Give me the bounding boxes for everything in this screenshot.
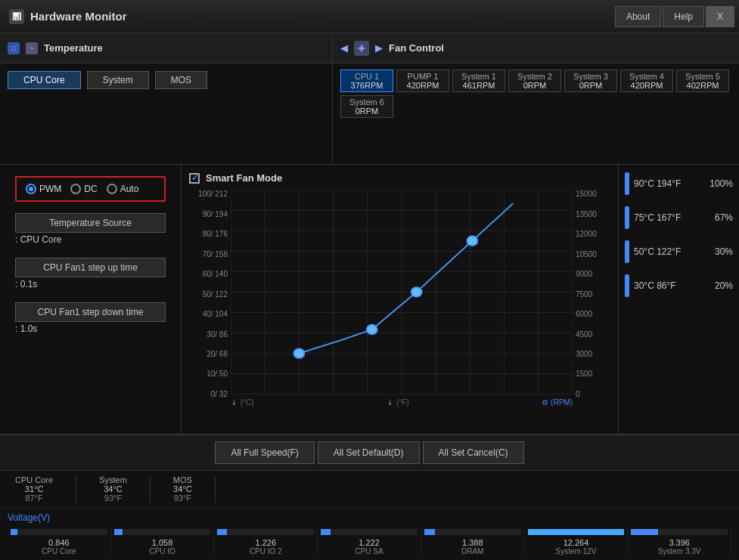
- smart-fan-checkbox[interactable]: ✓: [189, 173, 200, 184]
- status-system: System 34°C 93°F: [76, 475, 151, 503]
- status-system-tempf: 93°F: [104, 493, 122, 503]
- expand-icon: □: [8, 42, 20, 54]
- voltage-value-system33v: 3.396: [669, 538, 690, 547]
- voltage-label-cpu-core: CPU Core: [42, 547, 76, 555]
- radio-auto-label: Auto: [120, 184, 139, 194]
- temperature-panel: □ ~ Temperature CPU Core System MOS: [0, 33, 333, 164]
- step-up-section: CPU Fan1 step up time : 0.1s: [15, 258, 166, 291]
- legend-pct-3: 30%: [715, 246, 733, 257]
- status-mos-tempf: 93°F: [174, 493, 191, 503]
- voltage-cpu-core: 0.846 CPU Core: [8, 529, 111, 555]
- voltage-section: Voltage(V) 0.846 CPU Core 1.058 CPU IO: [0, 507, 739, 560]
- step-down-section: CPU Fan1 step down time : 1.0s: [15, 302, 166, 336]
- temp-source-value: : CPU Core: [15, 233, 166, 246]
- radio-auto[interactable]: Auto: [107, 184, 139, 194]
- fan-control-title: Fan Control: [389, 42, 444, 54]
- tab-system[interactable]: System: [87, 71, 149, 89]
- step-down-value: : 1.0s: [15, 322, 166, 336]
- back-icon[interactable]: ◀: [340, 42, 348, 54]
- fan-system5[interactable]: System 5 402RPM: [676, 70, 729, 92]
- status-mos-label: MOS: [173, 475, 192, 484]
- fan-system1[interactable]: System 1 461RPM: [452, 70, 505, 92]
- legend-temps-4: 30°C 86°F: [634, 280, 676, 291]
- title-bar: 📊 Hardware Monitor About Help X: [0, 0, 739, 33]
- fan-icon: [354, 41, 369, 56]
- voltage-cpu-sa: 1.222 CPU SA: [318, 529, 421, 555]
- voltage-label-system33v: System 3.3V: [658, 547, 701, 555]
- legend-bar-3: [625, 240, 629, 263]
- legend-item-3: 50°C 122°F 30%: [625, 240, 733, 263]
- voltage-value-system12v: 12.264: [564, 538, 589, 547]
- voltage-label-cpu-io2: CPU IO 2: [250, 547, 282, 555]
- voltage-system33v: 3.396 System 3.3V: [628, 529, 731, 555]
- temp-source-label[interactable]: Temperature Source: [15, 213, 166, 233]
- voltage-bar-system33v: [631, 529, 728, 535]
- curve-point-3[interactable]: [411, 287, 422, 297]
- smart-fan-title: Smart Fan Mode: [206, 172, 282, 184]
- legend-pct-4: 20%: [715, 280, 733, 291]
- chart-panel: ✓ Smart Fan Mode 100/ 212 90/ 194 80/ 17…: [182, 165, 618, 434]
- radio-auto-circle: [107, 184, 117, 194]
- legend-bar: 90°C 194°F 100% 75°C 167°F 67% 50°C 122°…: [618, 165, 739, 434]
- voltage-cpu-io: 1.058 CPU IO: [111, 529, 215, 555]
- legend-pct-1: 100%: [710, 178, 733, 189]
- voltage-label-cpu-io: CPU IO: [149, 547, 175, 555]
- chart-y-labels-left: 100/ 212 90/ 194 80/ 176 70/ 158 60/ 140…: [189, 190, 231, 413]
- voltage-value-cpu-sa: 1.222: [359, 538, 380, 547]
- tab-cpu-core[interactable]: CPU Core: [8, 71, 81, 89]
- fan-cpu1[interactable]: CPU 1 376RPM: [340, 70, 393, 92]
- status-cpu-core-tempf: 87°F: [25, 493, 42, 503]
- status-cpu-core-label: CPU Core: [15, 475, 53, 484]
- chart-main: 🌡 (°C) 🌡 (°F) ⚙ (RPM): [231, 190, 573, 413]
- about-button[interactable]: About: [615, 6, 661, 27]
- all-set-cancel-button[interactable]: All Set Cancel(C): [423, 441, 524, 464]
- all-full-speed-button[interactable]: All Full Speed(F): [215, 441, 314, 464]
- status-cpu-core-tempc: 31°C: [25, 484, 44, 493]
- forward-icon[interactable]: ▶: [375, 42, 383, 54]
- legend-bar-4: [625, 274, 629, 297]
- fan-system3[interactable]: System 3 0RPM: [564, 70, 617, 92]
- status-mos-tempc: 34°C: [173, 484, 192, 493]
- legend-item-1: 90°C 194°F 100%: [625, 172, 733, 195]
- voltage-bar-dram: [424, 529, 521, 535]
- chart-area: 100/ 212 90/ 194 80/ 176 70/ 158 60/ 140…: [189, 190, 610, 413]
- voltage-cpu-io2: 1.226 CPU IO 2: [214, 529, 318, 555]
- status-bar: CPU Core 31°C 87°F System 34°C 93°F MOS …: [0, 470, 739, 507]
- fan-control-header: ◀ ▶ Fan Control: [333, 33, 739, 63]
- controls-panel: PWM DC Auto Temperature Source : CPU Cor…: [0, 165, 182, 434]
- bottom-action-buttons: All Full Speed(F) All Set Default(D) All…: [0, 435, 739, 470]
- fan-curve-chart[interactable]: [231, 190, 573, 394]
- status-mos: MOS 34°C 93°F: [151, 475, 216, 503]
- voltage-bar-cpu-io2: [217, 529, 314, 535]
- middle-section: PWM DC Auto Temperature Source : CPU Cor…: [0, 165, 739, 435]
- legend-item-4: 30°C 86°F 20%: [625, 274, 733, 297]
- radio-dc[interactable]: DC: [70, 184, 97, 194]
- step-down-label[interactable]: CPU Fan1 step down time: [15, 302, 166, 322]
- fan-system2[interactable]: System 2 0RPM: [508, 70, 561, 92]
- help-button[interactable]: Help: [663, 6, 704, 27]
- curve-point-2[interactable]: [367, 325, 377, 335]
- legend-temps-2: 75°C 167°F: [634, 212, 681, 223]
- legend-item-2: 75°C 167°F 67%: [625, 206, 733, 229]
- voltage-label-cpu-sa: CPU SA: [355, 547, 383, 555]
- app-title: Hardware Monitor: [30, 10, 127, 23]
- tab-mos[interactable]: MOS: [155, 71, 207, 89]
- voltage-bar-cpu-core: [11, 529, 107, 535]
- fan-speed-list: CPU 1 376RPM PUMP 1 420RPM System 1 461R…: [333, 63, 739, 124]
- fan-system4[interactable]: System 4 420RPM: [620, 70, 673, 92]
- chart-y-labels-right: 15000 13500 12000 10500 9000 7500 6000 4…: [573, 190, 610, 413]
- chart-icon: ~: [26, 42, 38, 54]
- step-up-label[interactable]: CPU Fan1 step up time: [15, 258, 166, 277]
- fan-system6[interactable]: System 6 0RPM: [340, 95, 393, 118]
- all-set-default-button[interactable]: All Set Default(D): [318, 441, 420, 464]
- close-button[interactable]: X: [706, 6, 734, 27]
- radio-dc-label: DC: [84, 184, 97, 194]
- curve-point-1[interactable]: [294, 349, 305, 359]
- temperature-tabs: CPU Core System MOS: [0, 63, 332, 97]
- curve-point-4[interactable]: [467, 237, 477, 246]
- radio-pwm[interactable]: PWM: [26, 184, 61, 194]
- fan-pump1[interactable]: PUMP 1 420RPM: [396, 70, 449, 92]
- voltage-title: Voltage(V): [8, 512, 731, 523]
- temperature-title: Temperature: [44, 42, 103, 54]
- legend-temps-1: 90°C 194°F: [634, 178, 681, 189]
